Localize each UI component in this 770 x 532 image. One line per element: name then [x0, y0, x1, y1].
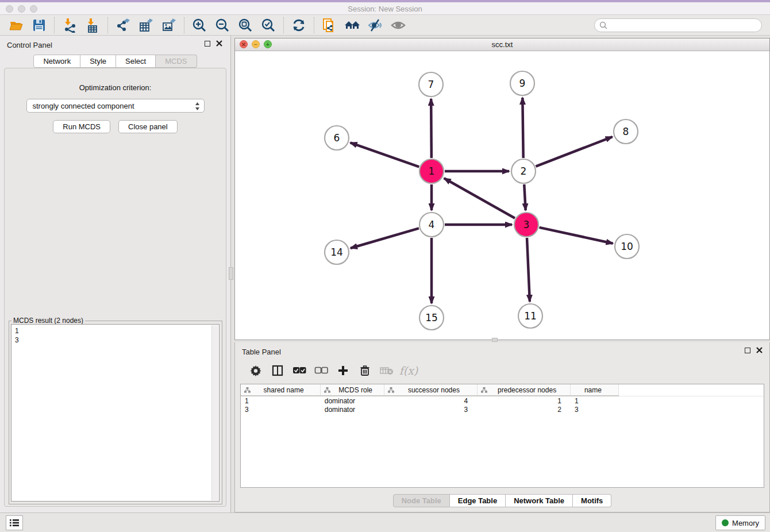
- delete-selected-icon[interactable]: [355, 361, 375, 380]
- search-input[interactable]: [594, 18, 762, 32]
- show-all-networks-icon[interactable]: [341, 16, 364, 34]
- toolbar-separator: [54, 17, 55, 33]
- graph-edge-1-7[interactable]: [431, 99, 432, 158]
- control-panel: Control Panel NetworkStyleSelectMCDS Opt…: [0, 36, 231, 512]
- cell-successor-nodes: 3: [384, 405, 478, 414]
- tab-style[interactable]: Style: [80, 55, 116, 68]
- svg-text:14: 14: [330, 246, 343, 258]
- svg-text:6: 6: [334, 132, 340, 144]
- column-header-MCDS-role[interactable]: MCDS role: [321, 384, 384, 396]
- mcds-result-legend: MCDS result (2 nodes): [11, 317, 85, 325]
- column-header-successor-nodes[interactable]: successor nodes: [384, 384, 478, 396]
- close-panel-icon[interactable]: [216, 40, 222, 47]
- tab-network-table[interactable]: Network Table: [506, 494, 573, 507]
- cell-MCDS-role: dominator: [321, 405, 384, 414]
- float-table-panel-icon[interactable]: [745, 348, 750, 353]
- table-row[interactable]: 1dominator411: [241, 396, 764, 405]
- zoom-in-icon[interactable]: [188, 16, 211, 34]
- graph-node-4[interactable]: 4: [419, 213, 444, 237]
- toolbar-separator: [314, 17, 314, 33]
- tab-motifs[interactable]: Motifs: [573, 494, 611, 507]
- cell-shared-name: 3: [241, 405, 321, 414]
- clone-network-icon[interactable]: [318, 16, 341, 34]
- cell-name: 1: [571, 396, 619, 405]
- graph-node-6[interactable]: 6: [325, 126, 349, 150]
- graph-edge-3-1[interactable]: [444, 178, 515, 218]
- graph-edge-2-9[interactable]: [522, 98, 523, 158]
- zoom-selected-icon[interactable]: [257, 16, 280, 34]
- tab-edge-table[interactable]: Edge Table: [450, 494, 506, 507]
- birds-eye-view-icon[interactable]: [387, 16, 410, 34]
- graph-node-7[interactable]: 7: [419, 72, 443, 97]
- zoom-fit-icon[interactable]: [234, 16, 257, 34]
- add-row-icon[interactable]: [333, 361, 353, 380]
- result-scrollbar[interactable]: [211, 325, 218, 500]
- table-row[interactable]: 3dominator323: [241, 405, 764, 414]
- vertical-splitter-handle[interactable]: [229, 267, 233, 280]
- delete-table-icon: [377, 361, 396, 380]
- graph-node-1[interactable]: 1: [419, 159, 444, 183]
- network-window-titlebar[interactable]: ✕ − + scc.txt: [235, 38, 769, 51]
- task-history-button[interactable]: [6, 515, 23, 530]
- export-table-icon[interactable]: [134, 16, 157, 34]
- network-window-title: scc.txt: [235, 40, 769, 49]
- close-table-panel-icon[interactable]: [756, 347, 763, 353]
- search-field-wrap: [594, 18, 762, 32]
- select-all-checkboxes-icon[interactable]: [290, 361, 309, 380]
- column-header-filler: [619, 384, 764, 396]
- graph-node-15[interactable]: 15: [419, 306, 444, 330]
- tab-select[interactable]: Select: [116, 55, 156, 68]
- close-panel-button[interactable]: Close panel: [118, 120, 178, 133]
- graph-node-10[interactable]: 10: [615, 234, 639, 259]
- deselect-all-checkboxes-icon[interactable]: [311, 361, 331, 380]
- apply-layout-icon[interactable]: [287, 16, 310, 34]
- graph-edge-4-14[interactable]: [351, 228, 419, 248]
- tab-mcds[interactable]: MCDS: [156, 55, 197, 68]
- toolbar-separator: [184, 17, 184, 33]
- table-settings-icon[interactable]: [246, 361, 265, 380]
- export-image-icon[interactable]: [157, 16, 180, 34]
- graph-edge-1-6[interactable]: [351, 142, 419, 167]
- run-mcds-button[interactable]: Run MCDS: [53, 120, 110, 133]
- cell-name: 3: [571, 405, 619, 414]
- memory-button[interactable]: Memory: [715, 515, 765, 530]
- graph-edge-3-10[interactable]: [539, 228, 613, 244]
- import-network-icon[interactable]: [58, 16, 81, 34]
- graph-node-3[interactable]: 3: [514, 213, 538, 237]
- svg-text:11: 11: [524, 310, 537, 322]
- table-panel-title: Table Panel: [242, 348, 281, 356]
- control-panel-tabs: NetworkStyleSelectMCDS: [0, 55, 230, 68]
- table-toolbar: f(x): [240, 360, 764, 381]
- network-canvas[interactable]: 7968124314101511: [235, 51, 769, 340]
- tab-node-table[interactable]: Node Table: [393, 494, 450, 507]
- svg-text:10: 10: [621, 241, 633, 252]
- criterion-select[interactable]: strongly connected component: [26, 99, 205, 113]
- svg-text:2: 2: [521, 165, 527, 177]
- export-network-icon[interactable]: [111, 16, 134, 34]
- graph-node-8[interactable]: 8: [614, 119, 638, 144]
- graph-node-9[interactable]: 9: [510, 71, 534, 95]
- graph-edge-2-8[interactable]: [536, 137, 612, 167]
- column-header-shared-name[interactable]: shared name: [241, 384, 321, 396]
- horizontal-splitter-handle[interactable]: [492, 338, 498, 342]
- column-header-predecessor-nodes[interactable]: predecessor nodes: [477, 384, 571, 396]
- import-table-icon[interactable]: [81, 16, 104, 34]
- graph-node-11[interactable]: 11: [518, 304, 542, 328]
- status-bar: Memory: [0, 512, 770, 532]
- mcds-result-area[interactable]: 13: [11, 324, 220, 502]
- toggle-graphics-details-icon[interactable]: [364, 16, 387, 34]
- table-header-row[interactable]: shared nameMCDS rolesuccessor nodesprede…: [241, 384, 764, 396]
- open-session-icon[interactable]: [5, 16, 28, 34]
- tab-network[interactable]: Network: [33, 55, 80, 68]
- graph-node-2[interactable]: 2: [511, 159, 536, 183]
- zoom-out-icon[interactable]: [211, 16, 234, 34]
- node-table-area: shared nameMCDS rolesuccessor nodesprede…: [240, 384, 764, 488]
- graph-edge-3-11[interactable]: [527, 238, 530, 302]
- save-session-icon[interactable]: [28, 16, 51, 34]
- svg-text:4: 4: [429, 219, 435, 230]
- float-panel-icon[interactable]: [205, 41, 210, 47]
- show-column-panel-icon[interactable]: [268, 361, 287, 380]
- column-header-name[interactable]: name: [571, 384, 619, 396]
- graph-edge-2-3[interactable]: [524, 184, 525, 210]
- graph-node-14[interactable]: 14: [325, 240, 349, 264]
